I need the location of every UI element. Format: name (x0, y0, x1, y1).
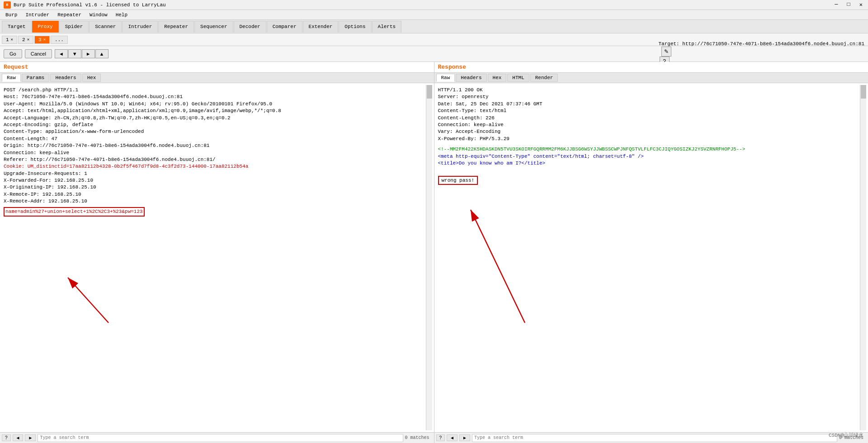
req-tab-3[interactable]: 3 ✕ (34, 36, 50, 44)
request-line-6: Accept-Encoding: gzip, deflate (4, 122, 424, 128)
request-line-10: Connection: keep-alive (4, 150, 424, 156)
request-line-11: Referer: http://76c71050-747e-4071-b8e6-… (4, 156, 424, 163)
req-search-next[interactable]: ► (25, 434, 36, 441)
tab-proxy[interactable]: Proxy (32, 21, 59, 33)
request-line-15: X-Remote-IP: 192.168.25.10 (4, 191, 424, 198)
tab-repeater[interactable]: Repeater (158, 21, 194, 33)
tab-alerts[interactable]: Alerts (372, 21, 402, 33)
request-line-2: Host: 76c71050-747e-4071-b8e6-154ada3004… (4, 94, 424, 100)
request-search-input[interactable] (38, 434, 403, 442)
minimize-button[interactable]: — (833, 1, 840, 8)
request-highlighted-param: name=admin%27+union+select+1%2C%2C3+%23&… (4, 207, 145, 217)
menu-window[interactable]: Window (86, 11, 111, 19)
titlebar-left: B Burp Suite Professional v1.6 - license… (4, 1, 166, 9)
down-button[interactable]: ▼ (68, 49, 81, 58)
resp-tab-headers[interactable]: Headers (456, 74, 486, 82)
req-tab-1[interactable]: 1 ✕ (2, 36, 17, 44)
req-tab-more[interactable]: ... (51, 36, 68, 44)
request-title: Request (0, 62, 434, 73)
request-scrollbar[interactable] (426, 85, 432, 430)
resp-header-0: Server: openresty (438, 94, 859, 100)
response-search-input[interactable] (472, 434, 837, 442)
tab-spider[interactable]: Spider (59, 21, 89, 33)
tab-extender[interactable]: Extender (303, 21, 339, 33)
response-panel: Response Raw Headers Hex HTML Render HTT… (434, 62, 868, 443)
app-logo: B (4, 1, 11, 9)
close-button[interactable]: ✕ (858, 1, 864, 8)
target-label: Target: http://76c71050-747e-4071-b8e6-1… (659, 41, 864, 47)
response-title: Response (434, 62, 868, 73)
request-line-5: Accept-Language: zh-CN,zh;q=0.8,zh-TW;q=… (4, 115, 424, 122)
tab-comparer[interactable]: Comparer (267, 21, 302, 33)
tab-options[interactable]: Options (339, 21, 371, 33)
request-content: POST /search.php HTTP/1.1 Host: 76c71050… (0, 83, 434, 432)
resp-tab-render[interactable]: Render (530, 74, 558, 82)
resp-search-help[interactable]: ? (436, 434, 445, 441)
tab-intruder[interactable]: Intruder (122, 21, 158, 33)
menu-intruder[interactable]: Intruder (22, 11, 53, 19)
resp-tab-html[interactable]: HTML (507, 74, 529, 82)
request-search-bar: ? ◄ ► 0 matches (0, 432, 434, 443)
request-cookie-line: Cookie: UM_distinctid=17aa82112b4328-0b2… (4, 163, 424, 170)
go-button[interactable]: Go (4, 49, 22, 58)
resp-header-1: Date: Sat, 25 Dec 2021 07:37:46 GMT (438, 101, 859, 108)
request-line-13: X-Forwarded-For: 192.168.25.10 (4, 177, 424, 184)
req-tab-hex[interactable]: Hex (82, 74, 101, 82)
request-line-8: Content-Length: 47 (4, 136, 424, 142)
req-tab-2-close[interactable]: ✕ (27, 37, 29, 42)
window-controls[interactable]: — □ ✕ (833, 1, 864, 8)
resp-tab-raw[interactable]: Raw (436, 74, 455, 82)
tab-decoder[interactable]: Decoder (234, 21, 266, 33)
titlebar: B Burp Suite Professional v1.6 - license… (0, 0, 868, 10)
resp-meta: <meta http-equiv="Content-Type" content=… (438, 153, 859, 160)
back-button[interactable]: ◄ (55, 49, 68, 58)
resp-search-next[interactable]: ► (459, 434, 470, 441)
resp-tab-hex[interactable]: Hex (488, 74, 507, 82)
request-line-9: Origin: http://76c71050-747e-4071-b8e6-1… (4, 142, 424, 149)
req-tab-1-close[interactable]: ✕ (11, 37, 13, 42)
menu-burp[interactable]: Burp (2, 11, 21, 19)
request-matches: 0 matches (405, 435, 432, 440)
resp-header-4: Connection: keep-alive (438, 122, 859, 128)
main-tabbar: Target Proxy Spider Scanner Intruder Rep… (0, 20, 868, 33)
menu-repeater[interactable]: Repeater (54, 11, 85, 19)
req-tab-3-close[interactable]: ✕ (43, 37, 46, 42)
request-line-16: X-Remote-Addr: 192.168.25.10 (4, 198, 424, 205)
req-tab-raw[interactable]: Raw (2, 74, 21, 82)
up-button[interactable]: ▲ (95, 49, 108, 58)
tab-target[interactable]: Target (2, 21, 32, 33)
response-text-area[interactable]: HTTP/1.1 200 OK Server: openresty Date: … (436, 85, 860, 430)
tab-sequencer[interactable]: Sequencer (194, 21, 233, 33)
tab-scanner[interactable]: Scanner (89, 21, 122, 33)
forward-button[interactable]: ► (82, 49, 95, 58)
resp-header-5: Vary: Accept-Encoding (438, 128, 859, 135)
resp-search-prev[interactable]: ◄ (447, 434, 458, 441)
req-tab-headers[interactable]: Headers (50, 74, 81, 82)
app-title: Burp Suite Professional v1.6 - licensed … (14, 2, 166, 8)
response-scrollbar[interactable] (860, 85, 866, 430)
request-line-14: X-Originating-IP: 192.168.25.10 (4, 184, 424, 191)
edit-target-button[interactable]: ✎ (661, 47, 671, 57)
req-tab-params[interactable]: Params (22, 74, 50, 82)
wrong-pass-box: wrong pass! (438, 176, 478, 185)
menu-help[interactable]: Help (112, 11, 131, 19)
req-search-prev[interactable]: ◄ (13, 434, 24, 441)
request-line-3: User-Agent: Mozilla/5.0 (Windows NT 10.0… (4, 101, 424, 108)
toolbar: Go Cancel ◄ ▼ ► ▲ Target: http://76c7105… (0, 46, 868, 62)
menubar: Burp Intruder Repeater Window Help (0, 10, 868, 20)
cancel-button[interactable]: Cancel (25, 49, 52, 58)
resp-status: HTTP/1.1 200 OK (438, 87, 859, 94)
main-content: Request Raw Params Headers Hex POST /sea… (0, 62, 868, 443)
response-content: HTTP/1.1 200 OK Server: openresty Date: … (434, 83, 868, 432)
req-search-help[interactable]: ? (2, 434, 11, 441)
request-line-7: Content-Type: application/x-www-form-url… (4, 128, 424, 135)
watermark: CSDN@山川绿水 (829, 432, 863, 438)
resp-header-3: Content-Length: 226 (438, 115, 859, 122)
request-text-area[interactable]: POST /search.php HTTP/1.1 Host: 76c71050… (2, 85, 426, 430)
maximize-button[interactable]: □ (845, 1, 852, 8)
resp-header-2: Content-Type: text/html (438, 108, 859, 114)
logo-text: B (6, 3, 9, 7)
response-panel-tabs: Raw Headers Hex HTML Render (434, 73, 868, 83)
req-tab-2[interactable]: 2 ✕ (18, 36, 33, 44)
resp-title-tag: <title>Do you know who am I?</title> (438, 160, 859, 167)
